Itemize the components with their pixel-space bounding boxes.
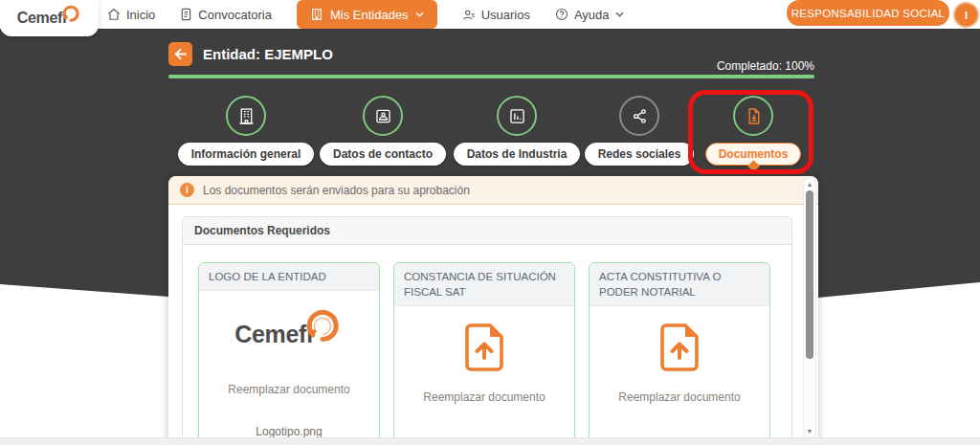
tab-informacion-general[interactable]: Información general <box>174 96 318 166</box>
nav-item-inicio[interactable]: Inicio <box>107 8 155 22</box>
cemefi-logo-preview: Cemefi <box>234 304 344 364</box>
vertical-scrollbar[interactable]: ▲ ▼ <box>803 177 816 445</box>
cemefi-swoosh-icon <box>62 4 81 23</box>
upload-document-icon <box>658 322 701 373</box>
file-name: Logotipo.png <box>256 425 322 438</box>
contact-card-icon <box>373 106 393 126</box>
tab-datos-de-contacto[interactable]: Datos de contacto <box>311 96 455 166</box>
document-download-icon <box>744 106 764 126</box>
documentos-requeridos-section: Documentos Requeridos LOGO DE LA ENTIDAD… <box>182 216 792 445</box>
nav-label-convocatoria: Convocatoria <box>198 8 272 22</box>
nav-item-convocatoria[interactable]: Convocatoria <box>180 8 272 22</box>
tab-label-pill[interactable]: Datos de Industria <box>454 143 581 166</box>
scrollbar-thumb[interactable] <box>806 190 813 359</box>
info-icon: i <box>180 183 194 197</box>
tab-label-pill[interactable]: Redes sociales <box>585 143 695 166</box>
cemefi-swoosh-icon <box>305 306 344 345</box>
card-title: ACTA CONSTITUTIVA O PODER NOTARIAL <box>590 263 769 306</box>
window-bottom-strip <box>0 437 980 445</box>
card-body: Reemplazar documento CSF.pdf <box>394 306 574 445</box>
tab-circle <box>733 96 773 136</box>
bar-chart-icon <box>507 106 527 126</box>
upload-document-icon <box>463 322 505 373</box>
info-alert: i Los documentos serán enviados para su … <box>168 176 818 205</box>
building-icon <box>236 106 256 126</box>
tab-circle <box>497 96 537 136</box>
card-body: Cemefi Reemplazar documento Logotipo.png <box>199 291 379 445</box>
share-icon <box>630 106 650 126</box>
tab-documentos[interactable]: Documentos <box>681 96 825 170</box>
tab-circle <box>619 96 659 136</box>
section-title: Documentos Requeridos <box>183 217 791 245</box>
card-title: CONSTANCIA DE SITUACIÓN FISCAL SAT <box>394 263 574 306</box>
tab-label-pill[interactable]: Información general <box>178 143 315 166</box>
progress-bar <box>168 75 814 78</box>
card-body: Reemplazar documento Acta constitutiva.p… <box>590 306 769 445</box>
avatar-initial: I <box>965 10 968 21</box>
building-icon <box>310 8 323 21</box>
card-acta-constitutiva[interactable]: ACTA CONSTITUTIVA O PODER NOTARIAL Reemp… <box>589 262 770 445</box>
replace-document-link[interactable]: Reemplazar documento <box>618 390 740 404</box>
brand-logo[interactable]: Cemefi <box>0 0 99 36</box>
brand-logo-text: Cemefi <box>17 10 67 27</box>
tab-label-pill[interactable]: Datos de contacto <box>320 143 446 166</box>
user-icon <box>462 9 476 21</box>
cta-label: RESPONSABILIDAD SOCIAL <box>791 8 946 19</box>
responsabilidad-social-button[interactable]: RESPONSABILIDAD SOCIAL <box>787 0 949 26</box>
home-icon <box>107 8 121 21</box>
replace-document-link[interactable]: Reemplazar documento <box>228 383 349 396</box>
help-circle-icon <box>555 8 568 21</box>
user-avatar[interactable]: I <box>953 2 979 28</box>
nav-label-mis-entidades: Mis Entidades <box>330 8 409 22</box>
card-logo-entidad[interactable]: LOGO DE LA ENTIDAD Cemefi Reemplazar doc… <box>198 262 380 445</box>
nav-item-usuarios[interactable]: Usuarios <box>462 8 530 22</box>
completed-label: Completado: 100% <box>168 59 814 73</box>
nav-label-inicio: Inicio <box>126 8 155 22</box>
nav-item-mis-entidades[interactable]: Mis Entidades <box>297 0 437 29</box>
chevron-down-icon <box>415 11 424 17</box>
scroll-down-arrow[interactable]: ▼ <box>804 428 815 434</box>
replace-document-link[interactable]: Reemplazar documento <box>423 390 545 404</box>
nav-item-ayuda[interactable]: Ayuda <box>555 8 624 22</box>
tab-circle <box>363 96 403 136</box>
progress-fill <box>168 75 814 78</box>
tab-circle <box>226 96 266 136</box>
scroll-up-arrow[interactable]: ▲ <box>804 181 815 188</box>
card-constancia-fiscal[interactable]: CONSTANCIA DE SITUACIÓN FISCAL SAT Reemp… <box>393 262 575 445</box>
app-window: Cemefi Inicio Convocatoria Mis Entidades <box>0 0 980 445</box>
document-cards-row: LOGO DE LA ENTIDAD Cemefi Reemplazar doc… <box>183 245 791 445</box>
content-panel: i Los documentos serán enviados para su … <box>168 176 818 445</box>
cemefi-logo-text: Cemefi <box>234 321 313 348</box>
chevron-down-icon <box>615 11 624 17</box>
alert-message: Los documentos serán enviados para su ap… <box>203 184 470 197</box>
card-title: LOGO DE LA ENTIDAD <box>199 263 379 291</box>
nav-label-ayuda: Ayuda <box>574 8 610 22</box>
main-nav: Inicio Convocatoria Mis Entidades Usuari… <box>107 0 624 29</box>
nav-label-usuarios: Usuarios <box>481 8 530 22</box>
document-icon <box>180 8 192 21</box>
